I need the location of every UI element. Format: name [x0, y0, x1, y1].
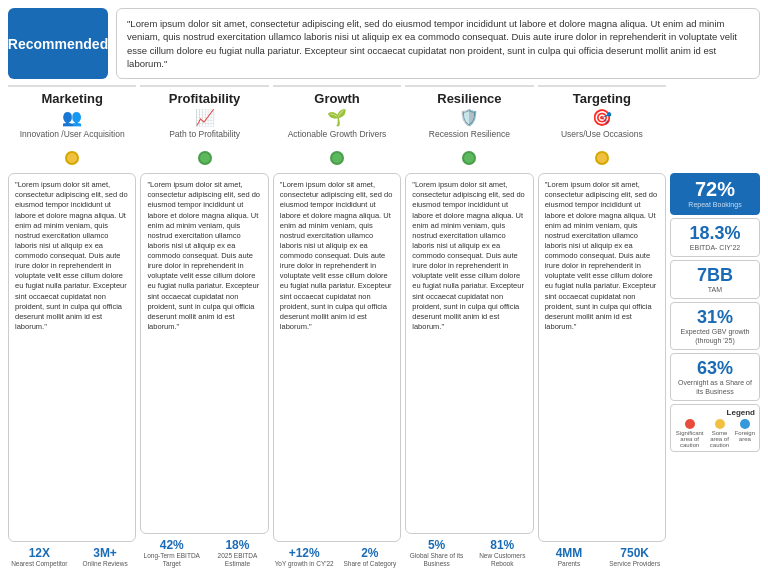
legend-item-2: Foreign area [735, 419, 755, 448]
columns-header: Marketing 👥 Innovation /User Acquisition… [8, 85, 760, 143]
metric-0-1: 3M+ Online Reviews [74, 546, 137, 568]
stat-box-2: 7BB TAM [670, 260, 760, 299]
dot-cell-2 [273, 151, 401, 165]
metric-3-0: 5% Global Share of its Business [405, 538, 468, 568]
main-container: Recommended "Lorem ipsum dolor sit amet,… [0, 0, 768, 576]
column-0: "Lorem ipsum dolor sit amet, consectetur… [8, 173, 136, 568]
stat-value-4: 63% [677, 358, 753, 379]
col-text-4: "Lorem ipsum dolor sit amet, consectetur… [538, 173, 666, 542]
stat-box-0: 72% Repeat Bookings [670, 173, 760, 214]
columns-area: "Lorem ipsum dolor sit amet, consectetur… [8, 173, 666, 568]
col-sub-3: Recession Resilience [429, 129, 510, 139]
dot-row [8, 151, 760, 165]
metric-0-0: 12X Nearest Competitor [8, 546, 71, 568]
metric-2-0: +12% YoY growth in CY'22 [273, 546, 336, 568]
metric-value-1-1: 18% [206, 538, 269, 552]
legend-item-1: Some area of caution [707, 419, 731, 448]
dot-cell-3 [405, 151, 533, 165]
metric-2-1: 2% Share of Category [339, 546, 402, 568]
legend-dot-2 [740, 419, 750, 429]
legend-title: Legend [675, 408, 755, 417]
metric-value-4-1: 750K [603, 546, 666, 560]
quote-box: "Lorem ipsum dolor sit amet, consectetur… [116, 8, 760, 79]
stat-value-3: 31% [677, 307, 753, 328]
col-icon-1: 📈 [195, 108, 215, 127]
stat-box-4: 63% Overnight as a Share of its Business [670, 353, 760, 401]
col-header-3: Resilience 🛡️ Recession Resilience [405, 85, 533, 143]
dot-cell-0 [8, 151, 136, 165]
legend-text-1: Some area of caution [707, 430, 731, 448]
col-title-2: Growth [314, 91, 360, 106]
metric-label-4-1: Service Providers [603, 560, 666, 568]
col-metrics-3: 5% Global Share of its Business 81% New … [405, 538, 533, 568]
stat-value-1: 18.3% [677, 223, 753, 244]
metric-value-2-1: 2% [339, 546, 402, 560]
dot-0 [65, 151, 79, 165]
col-sub-0: Innovation /User Acquisition [20, 129, 125, 139]
col-icon-4: 🎯 [592, 108, 612, 127]
legend-item-0: Significant area of caution [675, 419, 704, 448]
col-icon-3: 🛡️ [459, 108, 479, 127]
dot-2 [330, 151, 344, 165]
dot-4 [595, 151, 609, 165]
col-header-4: Targeting 🎯 Users/Use Occasions [538, 85, 666, 143]
recommended-label: Recommended [8, 36, 108, 52]
dot-cell-1 [140, 151, 268, 165]
stat-value-2: 7BB [677, 265, 753, 286]
dot-3 [462, 151, 476, 165]
metric-label-2-0: YoY growth in CY'22 [273, 560, 336, 568]
metric-1-0: 42% Long-Term EBITDA Target [140, 538, 203, 568]
legend-text-0: Significant area of caution [675, 430, 704, 448]
col-title-3: Resilience [437, 91, 501, 106]
metric-3-1: 81% New Customers Rebook [471, 538, 534, 568]
metric-value-2-0: +12% [273, 546, 336, 560]
col-text-2: "Lorem ipsum dolor sit amet, consectetur… [273, 173, 401, 542]
col-title-4: Targeting [573, 91, 631, 106]
stat-box-3: 31% Expected GBV growth (through '25) [670, 302, 760, 350]
stat-label-3: Expected GBV growth (through '25) [677, 328, 753, 345]
stats-panel: 72% Repeat Bookings 18.3% EBITDA- CIY'22… [670, 173, 760, 568]
legend-box: Legend Significant area of caution Some … [670, 404, 760, 452]
metric-label-1-1: 2025 EBITDA Estimate [206, 552, 269, 568]
column-2: "Lorem ipsum dolor sit amet, consectetur… [273, 173, 401, 568]
metric-value-3-0: 5% [405, 538, 468, 552]
metric-label-0-0: Nearest Competitor [8, 560, 71, 568]
metric-value-4-0: 4MM [538, 546, 601, 560]
legend-dot-0 [685, 419, 695, 429]
metric-label-2-1: Share of Category [339, 560, 402, 568]
metric-4-1: 750K Service Providers [603, 546, 666, 568]
metric-4-0: 4MM Parents [538, 546, 601, 568]
stat-label-4: Overnight as a Share of its Business [677, 379, 753, 396]
metric-value-3-1: 81% [471, 538, 534, 552]
legend-dot-1 [715, 419, 725, 429]
col-metrics-4: 4MM Parents 750K Service Providers [538, 546, 666, 568]
dot-cell-4 [538, 151, 666, 165]
column-4: "Lorem ipsum dolor sit amet, consectetur… [538, 173, 666, 568]
stat-label-2: TAM [677, 286, 753, 294]
stat-label-1: EBITDA- CIY'22 [677, 244, 753, 252]
stat-box-1: 18.3% EBITDA- CIY'22 [670, 218, 760, 257]
recommended-box: Recommended [8, 8, 108, 79]
metric-value-1-0: 42% [140, 538, 203, 552]
metric-label-4-0: Parents [538, 560, 601, 568]
col-title-0: Marketing [42, 91, 103, 106]
quote-text: "Lorem ipsum dolor sit amet, consectetur… [127, 18, 737, 69]
col-text-3: "Lorem ipsum dolor sit amet, consectetur… [405, 173, 533, 534]
metric-value-0-1: 3M+ [74, 546, 137, 560]
col-text-1: "Lorem ipsum dolor sit amet, consectetur… [140, 173, 268, 534]
metric-1-1: 18% 2025 EBITDA Estimate [206, 538, 269, 568]
col-metrics-0: 12X Nearest Competitor 3M+ Online Review… [8, 546, 136, 568]
col-metrics-2: +12% YoY growth in CY'22 2% Share of Cat… [273, 546, 401, 568]
col-header-1: Profitability 📈 Path to Profitability [140, 85, 268, 143]
metric-label-0-1: Online Reviews [74, 560, 137, 568]
metric-label-3-0: Global Share of its Business [405, 552, 468, 568]
content-area: "Lorem ipsum dolor sit amet, consectetur… [8, 173, 760, 568]
col-sub-2: Actionable Growth Drivers [288, 129, 387, 139]
stat-label-0: Repeat Bookings [677, 201, 753, 209]
legend-items: Significant area of caution Some area of… [675, 419, 755, 448]
col-sub-1: Path to Profitability [169, 129, 240, 139]
stat-value-0: 72% [677, 178, 753, 201]
column-3: "Lorem ipsum dolor sit amet, consectetur… [405, 173, 533, 568]
col-icon-2: 🌱 [327, 108, 347, 127]
col-title-1: Profitability [169, 91, 241, 106]
